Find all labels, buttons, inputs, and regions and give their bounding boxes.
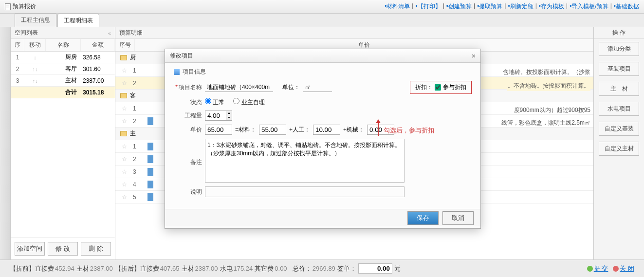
star-icon[interactable]: ☆ xyxy=(115,194,133,201)
submit-link[interactable]: 提 交 xyxy=(587,264,608,273)
pre-label: 【折前】直接费 xyxy=(10,264,54,273)
discount-check-label: 参与折扣 xyxy=(443,83,466,92)
link-import-template[interactable]: •导入模板/预算 xyxy=(570,2,608,11)
move-arrows[interactable]: ↑↓ xyxy=(24,78,46,84)
star-icon[interactable]: ☆ xyxy=(115,105,133,112)
cancel-button[interactable]: 取消 xyxy=(442,211,474,225)
bar-icon xyxy=(147,193,153,201)
side-stripe xyxy=(0,27,11,259)
frag-text: 含地砖。按投影面积计算。（沙浆 xyxy=(503,68,590,76)
star-icon[interactable]: ☆ xyxy=(115,168,133,175)
col-seq: 序 xyxy=(11,39,24,51)
star-icon[interactable]: ☆ xyxy=(115,67,133,74)
document-icon xyxy=(5,3,11,10)
custom-main-button[interactable]: 自定义主材 xyxy=(599,142,639,156)
right-panel: 操 作 添加分类 基装项目 主 材 水电项目 自定义基装 自定义主材 xyxy=(593,27,644,259)
frag-text: 。不含地砖。按投影面积计算。 xyxy=(507,81,590,91)
center-header: 预算明细 xyxy=(115,27,593,39)
main-material-button[interactable]: 主 材 xyxy=(599,82,639,96)
custom-base-button[interactable]: 自定义基装 xyxy=(599,122,639,136)
desc-label: 说明 xyxy=(174,188,202,196)
desc-input[interactable] xyxy=(205,186,405,197)
close-link[interactable]: 关 闭 xyxy=(613,264,634,273)
name-label: *项目名称 xyxy=(174,83,202,92)
folder-icon xyxy=(120,55,127,60)
price-input[interactable] xyxy=(205,125,232,135)
left-panel: 空间列表 « 序 移动 名称 金额 1 ↓ 厨房 326.58 2 ↑↓ 客厅 … xyxy=(11,27,115,259)
status-owner-radio[interactable]: 业主自理 xyxy=(233,98,264,107)
link-refresh-quota[interactable]: •刷新定额 xyxy=(508,2,533,11)
star-icon[interactable]: ☆ xyxy=(115,118,133,125)
right-title: 操 作 xyxy=(594,27,644,39)
section-icon xyxy=(174,69,180,75)
bar-icon xyxy=(147,117,153,125)
link-create-budget[interactable]: •创建预算 xyxy=(446,2,472,11)
status-label: 状态 xyxy=(174,98,202,107)
hydro-item-button[interactable]: 水电项目 xyxy=(599,102,639,116)
close-icon[interactable]: × xyxy=(472,52,476,60)
unit-input[interactable] xyxy=(303,83,332,92)
labor-input[interactable] xyxy=(313,125,340,135)
discount-checkbox[interactable] xyxy=(435,84,441,91)
collapse-icon[interactable]: « xyxy=(108,30,111,36)
link-print[interactable]: •【打印】 xyxy=(415,2,441,11)
sign-input[interactable] xyxy=(358,263,392,274)
add-space-button[interactable]: 添加空间 xyxy=(15,242,45,256)
link-materials[interactable]: •材料清单 xyxy=(385,2,410,11)
price-label: 单价 xyxy=(174,126,202,134)
modal-title-text: 修改项目 xyxy=(170,52,193,60)
star-icon[interactable]: ☆ xyxy=(115,156,133,163)
col-seq2: 序号 xyxy=(115,39,135,51)
folder-icon xyxy=(120,131,127,136)
edit-space-button[interactable]: 修 改 xyxy=(48,242,78,256)
space-row[interactable]: 2 ↑↓ 客厅 301.60 xyxy=(11,63,115,75)
remark-label: 备注 xyxy=(174,139,202,166)
star-icon[interactable]: ☆ xyxy=(115,143,133,150)
spinner-up-icon[interactable]: ▲ xyxy=(226,111,232,116)
delete-space-button[interactable]: 删 除 xyxy=(81,242,111,256)
col-name: 名称 xyxy=(46,39,81,51)
add-category-button[interactable]: 添加分类 xyxy=(599,42,639,56)
left-header: 空间列表 « xyxy=(11,27,115,39)
bar-icon xyxy=(147,143,153,150)
edit-item-modal: 修改项目 × 项目信息 *项目名称 单位： 折扣： 参与折扣 状态 正常 业主自… xyxy=(165,49,481,229)
base-item-button[interactable]: 基装项目 xyxy=(599,62,639,76)
space-row-total: 合计 3015.18 xyxy=(11,87,115,98)
left-buttons: 添加空间 修 改 删 除 xyxy=(11,238,115,259)
spinner-down-icon[interactable]: ▼ xyxy=(226,116,232,121)
tab-project-detail[interactable]: 工程明细表 xyxy=(57,14,99,27)
material-input[interactable] xyxy=(259,125,286,135)
link-save-template[interactable]: •存为模板 xyxy=(539,2,564,11)
app-title-text: 预算报价 xyxy=(13,2,36,11)
name-input[interactable] xyxy=(205,83,273,92)
post-label: 【折后】直接费 xyxy=(115,264,159,273)
top-bar: 预算报价 •材料清单| •【打印】| •创建预算| •提取预算| •刷新定额| … xyxy=(0,0,644,14)
discount-label: 折扣： xyxy=(415,83,433,92)
center-title: 预算明细 xyxy=(119,29,143,37)
save-button[interactable]: 保存 xyxy=(407,211,439,225)
qty-spinner[interactable]: ▲▼ xyxy=(205,111,232,121)
status-normal-radio[interactable]: 正常 xyxy=(205,98,224,107)
link-base-data[interactable]: •基础数据 xyxy=(614,2,639,11)
remark-textarea[interactable] xyxy=(205,139,405,183)
section-title: 项目信息 xyxy=(174,68,472,76)
folder-icon xyxy=(120,93,127,98)
space-row[interactable]: 1 ↓ 厨房 326.58 xyxy=(11,52,115,63)
qty-label: 工程量 xyxy=(174,111,202,120)
tab-project-info[interactable]: 工程主信息 xyxy=(15,13,56,27)
left-table-head: 序 移动 名称 金额 xyxy=(11,39,115,52)
discount-box: 折扣： 参与折扣 xyxy=(410,81,472,94)
link-extract-budget[interactable]: •提取预算 xyxy=(477,2,502,11)
move-arrows[interactable]: ↓ xyxy=(24,55,46,60)
bar-icon xyxy=(147,181,153,188)
space-row[interactable]: 3 ↑↓ 主材 2387.00 xyxy=(11,75,115,87)
frag-text: 度900mm以内）超过900按95 xyxy=(514,106,590,114)
check-icon xyxy=(587,266,593,272)
modal-footer: 保存 取消 xyxy=(165,209,480,226)
machine-input[interactable] xyxy=(367,125,394,135)
star-icon[interactable]: ☆ xyxy=(115,181,133,188)
pre-direct-val: 452.94 xyxy=(55,265,74,272)
star-icon[interactable]: ☆ xyxy=(115,80,133,87)
col-amount: 金额 xyxy=(81,39,115,51)
move-arrows[interactable]: ↑↓ xyxy=(24,66,46,72)
